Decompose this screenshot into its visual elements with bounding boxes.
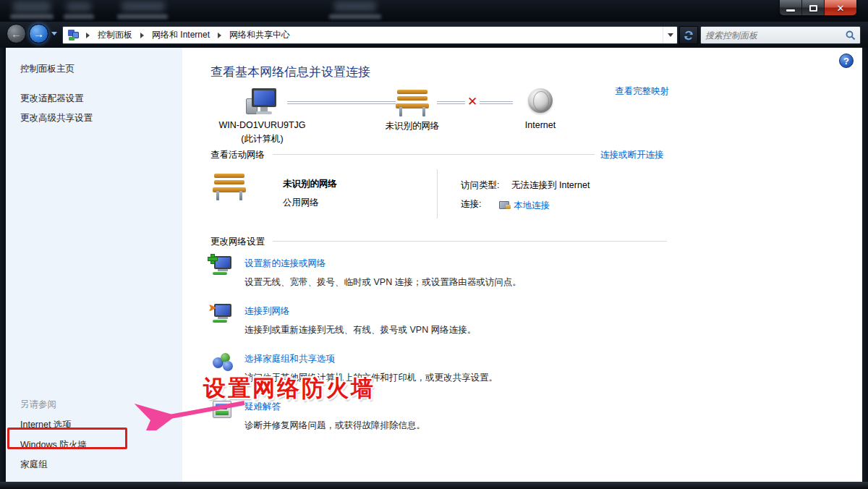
local-connection-icon — [499, 201, 511, 210]
window-frame-right — [862, 48, 868, 482]
titlebar-glass-artifact — [334, 1, 376, 12]
window-frame-left — [0, 48, 6, 482]
see-also-header: 另请参阅 — [20, 399, 56, 411]
titlebar-glass-artifact — [122, 1, 165, 12]
close-icon: ✕ — [837, 3, 845, 14]
maximize-button[interactable] — [802, 0, 825, 16]
titlebar-glass-artifact — [67, 2, 91, 12]
active-network-bench-icon — [213, 172, 246, 201]
local-area-connection-link[interactable]: 本地连接 — [514, 200, 550, 211]
troubleshoot-desc: 诊断并修复网络问题，或获得故障排除信息。 — [244, 420, 425, 432]
unidentified-network-label: 未识别的网络 — [369, 120, 456, 132]
change-settings-header: 更改网络设置 — [210, 236, 265, 248]
titlebar-glass-artifact — [329, 14, 381, 19]
forward-button[interactable]: → — [29, 24, 48, 43]
connect-disconnect-link[interactable]: 连接或断开连接 — [600, 149, 664, 161]
computer-icon[interactable] — [246, 88, 276, 116]
titlebar-glass-artifact — [10, 14, 54, 19]
network-center-icon — [68, 30, 80, 41]
titlebar-glass-artifact — [64, 14, 94, 19]
active-network-name: 未识别的网络 — [283, 178, 337, 190]
close-button[interactable]: ✕ — [825, 0, 856, 16]
annotation-text: 设置网络防火墙 — [203, 373, 375, 404]
access-type-label: 访问类型: — [461, 179, 499, 192]
connections-label: 连接: — [461, 198, 481, 211]
maximize-icon — [809, 5, 817, 12]
homegroup-sharing-icon[interactable] — [213, 352, 234, 372]
minimize-icon — [786, 9, 795, 12]
connect-to-network-icon[interactable]: ➤ — [211, 304, 233, 323]
search-input[interactable] — [701, 30, 846, 41]
sidebar: 控制面板主页 更改适配器设置 更改高级共享设置 另请参阅 Internet 选项… — [6, 48, 182, 482]
access-type-value: 无法连接到 Internet — [511, 179, 590, 192]
main-content: ? 查看基本网络信息并设置连接 WIN-DO1VURU9TJG (此计算机) 未… — [182, 48, 862, 482]
window-controls: ✕ — [779, 0, 857, 16]
titlebar-glass-artifact — [13, 1, 51, 13]
connect-to-network-desc: 连接到或重新连接到无线、有线、拨号或 VPN 网络连接。 — [244, 324, 476, 336]
choose-homegroup-link[interactable]: 选择家庭组和共享选项 — [244, 353, 335, 365]
address-bar[interactable]: 控制面板 网络和 Internet 网络和共享中心 — [62, 26, 678, 44]
section-divider — [273, 241, 667, 242]
forward-arrow-icon: → — [33, 28, 44, 39]
refresh-button[interactable] — [679, 26, 698, 44]
recent-pages-dropdown[interactable] — [51, 32, 57, 35]
desktop-screen: ✕ ← → 控制面板 网络和 Internet 网络和共享中心 — [0, 0, 868, 489]
sidebar-item-change-adapter-settings[interactable]: 更改适配器设置 — [20, 93, 84, 105]
sidebar-item-change-advanced-sharing[interactable]: 更改高级共享设置 — [20, 112, 93, 124]
page-title: 查看基本网络信息并设置连接 — [210, 64, 370, 80]
minimize-button[interactable] — [780, 0, 802, 16]
breadcrumb-network-internet[interactable]: 网络和 Internet — [150, 26, 211, 44]
sidebar-item-control-panel-home[interactable]: 控制面板主页 — [20, 63, 75, 75]
active-network-divider — [437, 169, 438, 218]
address-dropdown-button[interactable] — [663, 27, 677, 43]
search-box — [700, 26, 861, 44]
breadcrumb-separator-icon — [218, 33, 221, 38]
setup-new-connection-link[interactable]: 设置新的连接或网络 — [244, 258, 326, 270]
chevron-down-icon — [668, 33, 673, 37]
see-full-map-link[interactable]: 查看完整映射 — [615, 85, 669, 98]
breadcrumb-control-panel[interactable]: 控制面板 — [96, 26, 134, 44]
help-icon[interactable]: ? — [839, 54, 854, 68]
back-button[interactable]: ← — [7, 24, 26, 43]
breadcrumb-separator-icon — [86, 33, 90, 38]
internet-label: Internet — [511, 120, 569, 130]
local-area-connection[interactable]: 本地连接 — [499, 198, 550, 212]
section-divider — [273, 154, 595, 155]
breadcrumb-network-sharing-center[interactable]: 网络和共享中心 — [228, 26, 292, 44]
computer-sub-label: (此计算机) — [203, 133, 322, 145]
breadcrumb-separator-icon — [140, 33, 144, 38]
unidentified-network-icon[interactable] — [396, 88, 429, 117]
search-icon[interactable] — [846, 30, 856, 41]
navigation-bar: ← → 控制面板 网络和 Internet 网络和共享中心 — [0, 22, 868, 48]
window-frame-bottom — [0, 482, 868, 489]
annotation-highlight-box — [7, 428, 127, 449]
connect-to-network-link[interactable]: 连接到网络 — [244, 305, 290, 318]
no-connection-x-icon: ✕ — [465, 95, 480, 108]
titlebar-glass-artifact — [117, 14, 168, 19]
network-link-line — [287, 101, 396, 104]
network-sharing-center-window: 控制面板主页 更改适配器设置 更改高级共享设置 另请参阅 Internet 选项… — [6, 48, 862, 482]
setup-new-connection-desc: 设置无线、宽带、拨号、临时或 VPN 连接；或设置路由器或访问点。 — [244, 276, 522, 289]
active-network-type[interactable]: 公用网络 — [283, 197, 319, 209]
active-networks-header: 查看活动网络 — [210, 149, 265, 161]
sidebar-item-homegroup[interactable]: 家庭组 — [20, 459, 48, 471]
computer-name-label: WIN-DO1VURU9TJG — [203, 120, 322, 130]
internet-globe-icon[interactable] — [528, 88, 553, 113]
window-titlebar: ✕ — [0, 0, 868, 22]
new-connection-icon[interactable] — [211, 256, 233, 275]
back-arrow-icon: ← — [11, 28, 22, 39]
refresh-icon — [683, 30, 694, 41]
